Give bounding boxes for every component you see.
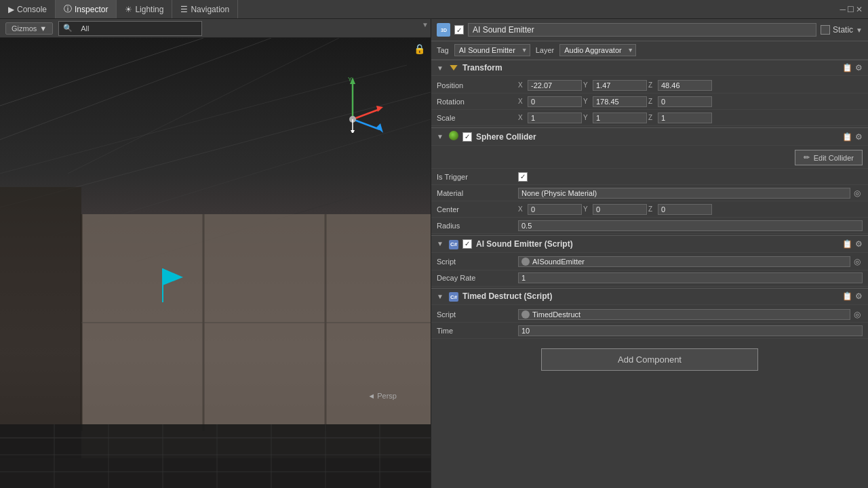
inspector-icon: ⓘ bbox=[64, 3, 72, 15]
ai-gear-icon[interactable]: ⚙ bbox=[855, 239, 863, 249]
center-x-input[interactable] bbox=[528, 204, 582, 215]
edit-collider-row: ✏ Edit Collider bbox=[431, 147, 868, 169]
svg-line-26 bbox=[353, 109, 380, 119]
object-enabled-checkbox[interactable] bbox=[454, 25, 464, 35]
rotation-x-input[interactable] bbox=[528, 96, 582, 107]
tab-navigation[interactable]: ☰ Navigation bbox=[172, 0, 238, 18]
td-script-value: TimedDestruct ◎ bbox=[518, 309, 863, 320]
resize-handle[interactable]: ▼ bbox=[420, 19, 431, 30]
tab-console[interactable]: ▶ Console bbox=[0, 0, 56, 18]
radius-input[interactable] bbox=[518, 220, 863, 231]
timed-destruct-component: ▼ C# Timed Destruct (Script) 📋 ⚙ Script bbox=[431, 288, 868, 341]
is-trigger-value bbox=[518, 172, 863, 182]
main-content: ▼ Gizmos ▼ 🔍 bbox=[0, 19, 868, 488]
tab-inspector[interactable]: ⓘ Inspector bbox=[56, 0, 117, 18]
ai-enabled-checkbox[interactable] bbox=[462, 239, 472, 249]
transform-gear-icon[interactable]: ⚙ bbox=[855, 63, 863, 73]
svg-line-28 bbox=[353, 119, 380, 129]
ai-actions: 📋 ⚙ bbox=[842, 239, 863, 249]
ai-sound-header[interactable]: ▼ C# AI Sound Emitter (Script) 📋 ⚙ bbox=[431, 235, 868, 253]
maximize-icon[interactable]: ☐ bbox=[847, 5, 854, 14]
collider-edit-icon: ✏ bbox=[804, 153, 810, 162]
sphere-icon bbox=[449, 131, 458, 142]
material-field[interactable]: None (Physic Material) bbox=[518, 188, 850, 199]
td-book-icon[interactable]: 📋 bbox=[842, 291, 852, 301]
navigation-icon: ☰ bbox=[180, 5, 188, 14]
sphere-gear-icon[interactable]: ⚙ bbox=[855, 132, 863, 142]
td-script-pick-icon[interactable]: ◎ bbox=[852, 310, 863, 319]
ai-script-icon: C# bbox=[449, 239, 458, 249]
tab-lighting[interactable]: ☀ Lighting bbox=[117, 0, 172, 18]
material-row: Material None (Physic Material) ◎ bbox=[431, 185, 868, 201]
position-y-input[interactable] bbox=[593, 80, 647, 91]
is-trigger-checkbox[interactable] bbox=[518, 172, 528, 182]
search-icon: 🔍 bbox=[63, 24, 73, 33]
rotation-xyz: X Y Z bbox=[518, 96, 863, 107]
position-z-input[interactable] bbox=[658, 80, 712, 91]
scale-y-input[interactable] bbox=[593, 113, 647, 123]
edit-collider-button[interactable]: ✏ Edit Collider bbox=[795, 150, 863, 165]
time-input[interactable] bbox=[518, 325, 863, 336]
scene-panel: ▼ Gizmos ▼ 🔍 bbox=[0, 19, 431, 488]
sphere-actions: 📋 ⚙ bbox=[842, 132, 863, 142]
object-name-field[interactable] bbox=[468, 23, 816, 37]
ai-script-pick-icon[interactable]: ◎ bbox=[852, 257, 863, 266]
lock-icon[interactable]: 🔒 bbox=[414, 43, 425, 54]
sphere-enabled-checkbox[interactable] bbox=[462, 132, 472, 142]
sphere-collider-component: ▼ Sphere Collider 📋 ⚙ ✏ Edit Collider bbox=[431, 127, 868, 235]
td-script-row: Script TimedDestruct ◎ bbox=[431, 306, 868, 323]
ai-script-field[interactable]: AISoundEmitter bbox=[518, 256, 850, 267]
scene-toolbar: ▼ Gizmos ▼ 🔍 bbox=[0, 19, 431, 38]
decay-rate-value bbox=[518, 272, 863, 283]
tag-dropdown-wrapper: AI Sound Emitter ▼ bbox=[454, 44, 530, 56]
transform-header[interactable]: ▼ Transform 📋 ⚙ bbox=[431, 60, 868, 76]
td-script-icon: C# bbox=[449, 291, 458, 302]
gizmos-button[interactable]: Gizmos ▼ bbox=[5, 22, 53, 35]
scale-z-input[interactable] bbox=[658, 113, 712, 123]
td-script-field[interactable]: TimedDestruct bbox=[518, 309, 850, 320]
sphere-collider-header[interactable]: ▼ Sphere Collider 📋 ⚙ bbox=[431, 127, 868, 146]
rotation-y-input[interactable] bbox=[593, 96, 647, 107]
static-checkbox[interactable] bbox=[821, 25, 830, 35]
sphere-collapse-arrow: ▼ bbox=[437, 133, 445, 140]
is-trigger-row: Is Trigger bbox=[431, 169, 868, 185]
decay-rate-input[interactable] bbox=[518, 272, 863, 283]
window-controls: ─ ☐ ✕ bbox=[840, 5, 868, 14]
chevron-down-icon: ▼ bbox=[39, 24, 47, 33]
sphere-fields: ✏ Edit Collider Is Trigger Material bbox=[431, 146, 868, 235]
position-xyz: X Y Z bbox=[518, 80, 863, 91]
position-x-input[interactable] bbox=[528, 80, 582, 91]
scene-viewport[interactable]: Y ◄ Persp 🔒 bbox=[0, 38, 431, 488]
layer-label: Layer bbox=[536, 46, 555, 54]
persp-label: ◄ Persp bbox=[368, 392, 397, 400]
center-y-input[interactable] bbox=[593, 204, 647, 215]
static-dropdown-arrow[interactable]: ▼ bbox=[856, 26, 863, 34]
minimize-icon[interactable]: ─ bbox=[840, 5, 846, 14]
td-script-icon-sm bbox=[521, 310, 530, 319]
transform-book-icon[interactable]: 📋 bbox=[842, 63, 852, 73]
add-component-button[interactable]: Add Component bbox=[541, 348, 758, 371]
top-tab-bar: ▶ Console ⓘ Inspector ☀ Lighting ☰ Navig… bbox=[0, 0, 868, 19]
sphere-book-icon[interactable]: 📋 bbox=[842, 132, 852, 142]
layer-dropdown[interactable]: Audio Aggravator bbox=[559, 44, 636, 56]
ai-script-icon-sm bbox=[521, 258, 530, 266]
transform-component: ▼ Transform 📋 ⚙ Position bbox=[431, 60, 868, 127]
transform-fields: Position X Y Z bbox=[431, 76, 868, 127]
ai-fields: Script AISoundEmitter ◎ Decay Rate bbox=[431, 253, 868, 288]
td-collapse-arrow: ▼ bbox=[437, 293, 445, 300]
center-z-input[interactable] bbox=[658, 204, 712, 215]
svg-text:Y: Y bbox=[348, 76, 352, 83]
scene-search-input[interactable] bbox=[75, 23, 197, 34]
scale-x-input[interactable] bbox=[528, 113, 582, 123]
timed-destruct-header[interactable]: ▼ C# Timed Destruct (Script) 📋 ⚙ bbox=[431, 288, 868, 306]
time-row: Time bbox=[431, 323, 868, 339]
close-icon[interactable]: ✕ bbox=[856, 5, 863, 14]
tag-dropdown[interactable]: AI Sound Emitter bbox=[454, 44, 530, 56]
rotation-z-input[interactable] bbox=[658, 96, 712, 107]
material-pick-icon[interactable]: ◎ bbox=[852, 188, 863, 198]
svg-marker-27 bbox=[376, 106, 383, 112]
ai-book-icon[interactable]: 📋 bbox=[842, 239, 852, 249]
components-area[interactable]: ▼ Transform 📋 ⚙ Position bbox=[431, 60, 868, 488]
time-value bbox=[518, 325, 863, 336]
td-gear-icon[interactable]: ⚙ bbox=[855, 291, 863, 301]
